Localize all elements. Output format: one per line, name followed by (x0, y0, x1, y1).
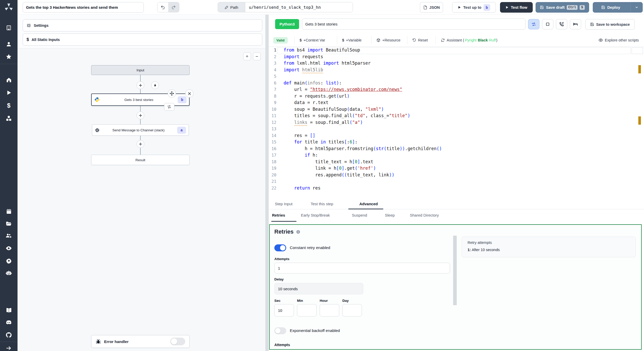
home-icon[interactable] (0, 75, 18, 85)
plus-icon (139, 142, 142, 146)
flow-node-error-handler[interactable]: Error handler (91, 335, 190, 348)
sec-input[interactable]: 10 (274, 304, 294, 316)
tab-advanced[interactable]: Advanced (359, 202, 378, 206)
retry-summary-text: After 10 seconds (472, 248, 500, 252)
assistant-button[interactable]: Assistant ( Pyright Black Ruff ) (441, 33, 497, 47)
deploy-main[interactable]: Deploy (593, 5, 629, 10)
discord-icon[interactable] (0, 318, 18, 328)
hour-input[interactable] (320, 304, 339, 316)
step-a-id-badge: a (177, 127, 186, 134)
code-editor[interactable]: 1from bs4 import BeautifulSoup2import re… (269, 47, 632, 200)
tab-test-this-step[interactable]: Test this step (311, 202, 333, 206)
editor-minimap-slider[interactable] (632, 47, 643, 54)
attempts-input[interactable]: 1 (274, 263, 450, 273)
constant-retry-toggle[interactable] (274, 244, 286, 251)
info-icon[interactable] (296, 230, 300, 234)
subtab-suspend[interactable]: Suspend (352, 213, 367, 217)
step-b-id-badge: b (178, 96, 187, 103)
user-group-gear-icon[interactable] (0, 231, 18, 241)
retries-scrollbar[interactable] (453, 236, 457, 305)
zoom-in-button[interactable]: + (243, 53, 251, 60)
save-draft-button[interactable]: Save draft Ctrl S (536, 2, 589, 13)
play-icon (458, 6, 461, 9)
star-icon[interactable] (0, 52, 18, 62)
test-flow-button[interactable]: Test flow (500, 2, 533, 13)
flow-settings-button[interactable]: Settings (23, 19, 262, 31)
subtab-shared-directory[interactable]: Shared Directory (410, 213, 439, 217)
delay-input[interactable]: 10 seconds (274, 283, 363, 294)
folder-icon[interactable] (0, 218, 18, 229)
undo-button[interactable] (157, 2, 168, 12)
repeat-icon (167, 105, 172, 109)
all-static-inputs-button[interactable]: $ All Static Inputs (23, 33, 262, 46)
flow-title-input[interactable]: Gets the top 3 HackerNews stories and se… (23, 2, 144, 13)
play-icon[interactable] (0, 88, 18, 98)
day-input[interactable] (342, 304, 362, 316)
test-up-to-step-badge: b (484, 4, 490, 11)
gear-icon[interactable] (0, 255, 18, 266)
add-step-button[interactable] (137, 112, 144, 119)
flow-title-text: Gets the top 3 HackerNews stories and se… (26, 5, 118, 10)
add-resource-button[interactable]: +Resource (376, 33, 401, 47)
explore-other-scripts-button[interactable]: Explore other scripts (598, 33, 639, 47)
retry-attempts-summary: Retry attempts 1: After 10 seconds (462, 237, 636, 257)
trigger-button[interactable] (151, 81, 159, 89)
subtab-retries[interactable]: Retries (272, 213, 285, 217)
assistant-ruff: Ruff (489, 38, 496, 42)
eye-icon[interactable] (0, 243, 18, 253)
zoom-out-button[interactable]: − (253, 53, 261, 60)
sec-label: Sec (274, 299, 281, 303)
dollar-icon: $ (27, 37, 29, 42)
suspend-button[interactable] (556, 19, 567, 29)
deploy-button[interactable]: Deploy (593, 2, 643, 13)
step-name-input[interactable]: Gets 3 best stories (302, 19, 526, 30)
retries-panel: Retries Constant retry enabled Attempts … (269, 224, 642, 350)
plus-icon (139, 114, 142, 117)
exponential-backoff-toggle[interactable] (274, 327, 286, 334)
flow-node-step-a[interactable]: Send Message to Channel (slack) a (92, 124, 189, 136)
calendar-icon[interactable] (0, 206, 18, 216)
user-icon[interactable] (0, 39, 18, 49)
redo-button[interactable] (168, 2, 179, 12)
retry-loop-badge[interactable] (164, 103, 174, 111)
error-handler-toggle[interactable] (170, 338, 185, 345)
tab-step-input[interactable]: Step Input (275, 202, 292, 206)
repeat-icon (531, 22, 536, 27)
retries-indicator-button[interactable] (528, 19, 539, 29)
reset-button[interactable]: Reset (412, 33, 428, 47)
json-button[interactable]: JSON (420, 2, 443, 13)
eye-icon (598, 38, 603, 42)
flow-node-input[interactable]: Input (91, 65, 190, 75)
sleep-button[interactable] (570, 19, 581, 29)
deploy-dropdown[interactable] (631, 2, 642, 12)
arrow-right-icon[interactable] (0, 343, 18, 351)
test-up-to-label: Test up to (463, 5, 481, 10)
deploy-label: Deploy (607, 5, 620, 10)
add-step-button[interactable] (137, 81, 144, 89)
cubes-icon[interactable] (0, 113, 18, 124)
dollar-icon[interactable]: $ (0, 100, 18, 111)
test-up-to-button[interactable]: Test up to b (452, 2, 496, 13)
path-field[interactable]: Path u/henri/send_to_slack_top3_hn (218, 2, 353, 12)
add-variable-button[interactable]: $ +Variable (342, 33, 362, 47)
subtab-early-stop[interactable]: Early Stop/Break (301, 213, 330, 217)
subtab-sleep[interactable]: Sleep (385, 213, 395, 217)
flow-node-result[interactable]: Result (91, 155, 190, 165)
step-name-text: Gets 3 best stories (305, 22, 337, 26)
add-step-button[interactable] (137, 140, 144, 148)
early-stop-button[interactable] (542, 19, 553, 29)
min-input[interactable] (297, 304, 317, 316)
result-node-label: Result (91, 158, 189, 162)
building-icon[interactable] (0, 23, 18, 33)
reset-label: Reset (418, 38, 428, 42)
github-icon[interactable] (0, 330, 18, 340)
delete-step-button[interactable] (185, 89, 193, 98)
windmill-logo[interactable] (0, 2, 18, 12)
panel-resize-handle[interactable] (265, 15, 269, 351)
add-context-var-button[interactable]: $ +Context Var (300, 33, 325, 47)
robot-icon[interactable] (0, 268, 18, 278)
save-to-workspace-button[interactable]: Save to workspace (585, 19, 635, 30)
move-step-button[interactable] (168, 89, 176, 98)
resource-label: +Resource (382, 38, 401, 42)
book-icon[interactable] (0, 305, 18, 315)
